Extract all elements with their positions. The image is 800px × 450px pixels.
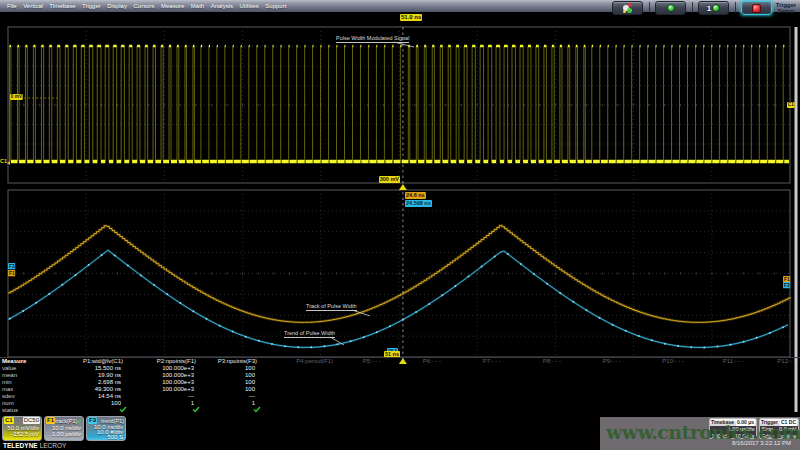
f3-trend-sample-dot: [140, 274, 142, 276]
f3-trend-glow: [8, 250, 788, 347]
menu-item-measure[interactable]: Measure: [158, 3, 188, 9]
measure-row-label-value: value: [2, 365, 16, 372]
f3-trend-sample-dot: [101, 254, 103, 256]
menu-item-support[interactable]: Support: [262, 3, 290, 9]
f3-trend-sample-dot: [494, 256, 496, 258]
measure-p2-min: 100.000e+3: [162, 379, 194, 386]
f1-tag: F1: [46, 417, 55, 424]
trigger-mode-stop-button[interactable]: [741, 1, 772, 15]
f3-trend-sample-dot: [638, 335, 640, 337]
f3-trend-sample-dot: [625, 330, 627, 332]
menu-item-timebase[interactable]: Timebase: [46, 3, 79, 9]
f3-trend-sample-dot: [716, 346, 718, 348]
f3-trend-sample-dot: [61, 284, 63, 286]
f3-trend-waveform: [8, 250, 788, 347]
f3-trend-sample-dot: [271, 343, 273, 345]
f3-trend-sample-dot: [363, 336, 365, 338]
trigger-setup-button[interactable]: Trigger Setup: [772, 1, 800, 15]
measure-p3-mean: 100: [245, 372, 255, 379]
f3-trend-sample-dot: [782, 326, 784, 328]
menu-item-display[interactable]: Display: [104, 3, 130, 9]
trend-annotation-pointer: [330, 337, 344, 345]
f3-trend-sample-dot: [389, 325, 391, 327]
toolbar-separator: [735, 2, 736, 13]
measure-row-label-min: min: [2, 379, 12, 386]
measure-col-header-p7[interactable]: P7:- - -: [483, 358, 501, 365]
f3-trend-sample-dot: [323, 345, 325, 347]
f3-trend-sample-dot: [690, 346, 692, 348]
trace-descriptor-f3[interactable]: F3 trend(P1) 10.0 ns/div 10.0 #/div 500 …: [86, 416, 126, 441]
trace-descriptor-f1[interactable]: F1 track(P1) ✓ 10.0 ns/div 1.00 μs/div: [44, 416, 84, 441]
measure-row-label-status: status: [2, 407, 18, 414]
measure-col-header-p2[interactable]: P2:npoints(F1): [157, 358, 196, 365]
datetime: 8/16/2017 3:22:12 PM: [732, 440, 791, 446]
trigger-time-badge[interactable]: 51.0 ns: [400, 14, 422, 21]
f3-trend-sample-dot: [88, 264, 90, 266]
measure-row-label-measure: Measure: [2, 358, 26, 365]
graticule-border: [8, 27, 790, 183]
f1-function: track(P1): [55, 418, 77, 425]
measure-col-header-p9[interactable]: P9:- - -: [603, 358, 621, 365]
measure-col-header-p8[interactable]: P8:- - -: [543, 358, 561, 365]
f3-trend-sample-dot: [703, 346, 705, 348]
measure-col-header-p5[interactable]: P5:- - -: [363, 358, 381, 365]
measure-row-label-num: num: [2, 400, 14, 407]
f3-trend-sample-dot: [664, 343, 666, 345]
c1-coupling: DC50: [23, 417, 40, 424]
right-edge-strip: [795, 27, 798, 412]
f3-trend-sample-dot: [75, 274, 77, 276]
f3-trend-sample-dot: [559, 292, 561, 294]
measure-p2-value: 100.000e+3: [162, 365, 194, 372]
channel-descriptor-c1[interactable]: C1 DC50 50.0 mV/div -152.5 mV: [2, 416, 42, 441]
measure-p1-value: 15.500 ns: [95, 365, 121, 372]
f1-check-icon: ✓: [77, 418, 82, 425]
measure-col-header-p10[interactable]: P10:- - -: [662, 358, 684, 365]
trend-annotation: Trend of Pulse Width: [284, 330, 335, 338]
c1-cursor-badge[interactable]: 300 mV: [379, 176, 400, 183]
logo-lecroy: LECROY: [40, 442, 67, 449]
f3-trend-sample-dot: [546, 283, 548, 285]
f3-trend-sample-dot: [402, 319, 404, 321]
menu-item-vertical[interactable]: Vertical: [20, 3, 46, 9]
menu-item-trigger[interactable]: Trigger: [79, 3, 104, 9]
trigger-position-marker[interactable]: [399, 184, 407, 190]
measure-p2-mean: 100.000e+3: [162, 372, 194, 379]
f3-trend-sample-dot: [651, 339, 653, 341]
f3-trend-sample-dot: [520, 263, 522, 265]
measure-col-header-p12[interactable]: P12:- - -: [777, 358, 799, 365]
c1-pwm-edges: [10, 46, 784, 162]
measure-p3-num: 1: [252, 400, 255, 407]
menu-item-math[interactable]: Math: [188, 3, 208, 9]
menu-item-cursors[interactable]: Cursors: [130, 3, 158, 9]
measure-p3-sdev: ---: [249, 393, 255, 400]
measure-col-header-p6[interactable]: P6:- - -: [423, 358, 441, 365]
menu-item-file[interactable]: File: [4, 3, 20, 9]
trigger-mode-single-button[interactable]: 1: [698, 1, 729, 15]
measure-col-header-p1[interactable]: P1:wid@lv(C1): [83, 358, 123, 365]
f3-cursor-badge[interactable]: 24.598 ns: [405, 200, 432, 207]
f3-trend-sample-dot: [219, 325, 221, 327]
graticule-border: [8, 190, 790, 357]
measure-col-header-p4[interactable]: P4:period(F1): [296, 358, 333, 365]
measure-col-header-p3[interactable]: P3:npoints(F3): [218, 358, 257, 365]
f3-trend-sample-dot: [310, 346, 312, 348]
f3-trend-sample-dot: [769, 332, 771, 334]
trigger-mode-auto-button[interactable]: [612, 1, 643, 15]
menu-item-utilities[interactable]: Utilities: [237, 3, 263, 9]
measure-col-header-p11[interactable]: P11:- - -: [723, 358, 744, 365]
trigger-mode-normal-button[interactable]: [655, 1, 686, 15]
measure-p1-sdev: 14.54 ns: [98, 393, 121, 400]
f3-trend-sample-dot: [114, 254, 116, 256]
track-annotation: Track of Pulse Width: [306, 303, 357, 311]
f3-trend-sample-dot: [376, 331, 378, 333]
measure-p3-max: 100: [245, 386, 255, 393]
f3-trend-sample-dot: [297, 346, 299, 348]
f3-trend-sample-dot: [9, 318, 11, 320]
c1-trigger-level-badge[interactable]: 0 mV: [10, 94, 23, 100]
f1-left-tag[interactable]: F1: [8, 270, 16, 276]
f3-trend-sample-dot: [258, 340, 260, 342]
toolbar-separator: [649, 2, 650, 13]
f3-left-tag[interactable]: F3: [8, 263, 16, 269]
menu-item-analysis[interactable]: Analysis: [208, 3, 237, 9]
f1-cursor-badge[interactable]: 24.6 ns: [405, 192, 426, 199]
